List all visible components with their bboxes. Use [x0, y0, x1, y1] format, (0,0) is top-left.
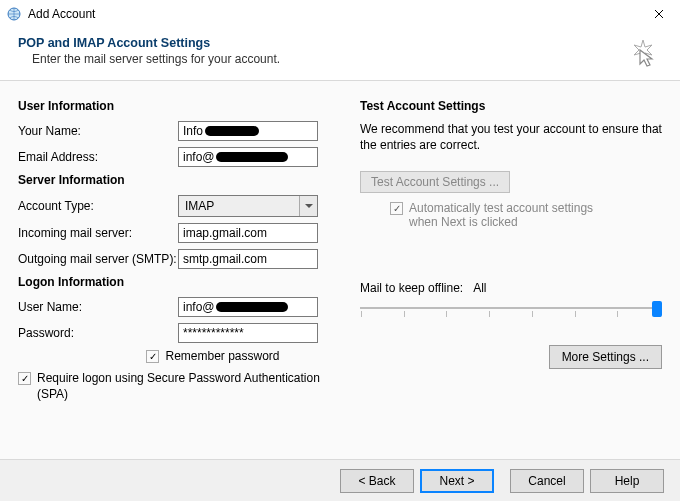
content-area: User Information Your Name: Info Email A…: [0, 81, 680, 461]
section-server-info: Server Information: [18, 173, 348, 187]
your-name-label: Your Name:: [18, 124, 178, 138]
redacted-text: [216, 152, 288, 162]
remember-password-checkbox[interactable]: [146, 350, 159, 363]
spa-label: Require logon using Secure Password Auth…: [37, 371, 328, 402]
password-label: Password:: [18, 326, 178, 340]
incoming-input[interactable]: imap.gmail.com: [178, 223, 318, 243]
account-type-select[interactable]: IMAP: [178, 195, 318, 217]
slider-track: [360, 307, 662, 309]
left-column: User Information Your Name: Info Email A…: [18, 95, 348, 461]
outgoing-label: Outgoing mail server (SMTP):: [18, 252, 178, 266]
email-input[interactable]: info@: [178, 147, 318, 167]
pointer-graphic: [626, 36, 660, 73]
app-icon: [6, 6, 22, 22]
header-subtitle: Enter the mail server settings for your …: [32, 52, 662, 66]
account-type-label: Account Type:: [18, 199, 178, 213]
password-input[interactable]: *************: [178, 323, 318, 343]
help-button[interactable]: Help: [590, 469, 664, 493]
user-name-value: info@: [183, 300, 215, 314]
redacted-text: [205, 126, 259, 136]
back-button[interactable]: < Back: [340, 469, 414, 493]
password-value: *************: [183, 326, 244, 340]
spa-checkbox[interactable]: [18, 372, 31, 385]
dialog-header: POP and IMAP Account Settings Enter the …: [0, 28, 680, 81]
chevron-down-icon: [299, 196, 317, 216]
outgoing-input[interactable]: smtp.gmail.com: [178, 249, 318, 269]
user-name-input[interactable]: info@: [178, 297, 318, 317]
account-type-value: IMAP: [185, 199, 214, 213]
remember-password-label: Remember password: [165, 349, 279, 363]
email-value: info@: [183, 150, 215, 164]
outgoing-value: smtp.gmail.com: [183, 252, 267, 266]
dialog-footer: < Back Next > Cancel Help: [0, 459, 680, 501]
email-label: Email Address:: [18, 150, 178, 164]
right-column: Test Account Settings We recommend that …: [348, 95, 662, 461]
auto-test-label: Automatically test account settings when…: [409, 201, 620, 229]
more-settings-button[interactable]: More Settings ...: [549, 345, 662, 369]
user-name-label: User Name:: [18, 300, 178, 314]
slider-ticks: [360, 311, 662, 317]
incoming-label: Incoming mail server:: [18, 226, 178, 240]
cancel-button[interactable]: Cancel: [510, 469, 584, 493]
mail-offline-slider[interactable]: [360, 299, 662, 323]
section-logon-info: Logon Information: [18, 275, 348, 289]
your-name-value: Info: [183, 124, 203, 138]
incoming-value: imap.gmail.com: [183, 226, 267, 240]
test-settings-desc: We recommend that you test your account …: [360, 121, 662, 153]
next-button[interactable]: Next >: [420, 469, 494, 493]
test-account-button: Test Account Settings ...: [360, 171, 510, 193]
mail-offline-value: All: [473, 281, 486, 295]
title-bar: Add Account: [0, 0, 680, 28]
window-title: Add Account: [28, 7, 644, 21]
close-button[interactable]: [644, 4, 674, 24]
header-title: POP and IMAP Account Settings: [18, 36, 662, 50]
slider-thumb[interactable]: [652, 301, 662, 317]
mail-offline-label: Mail to keep offline:: [360, 281, 463, 295]
auto-test-checkbox: [390, 202, 403, 215]
your-name-input[interactable]: Info: [178, 121, 318, 141]
section-user-info: User Information: [18, 99, 348, 113]
redacted-text: [216, 302, 288, 312]
test-settings-title: Test Account Settings: [360, 99, 662, 113]
